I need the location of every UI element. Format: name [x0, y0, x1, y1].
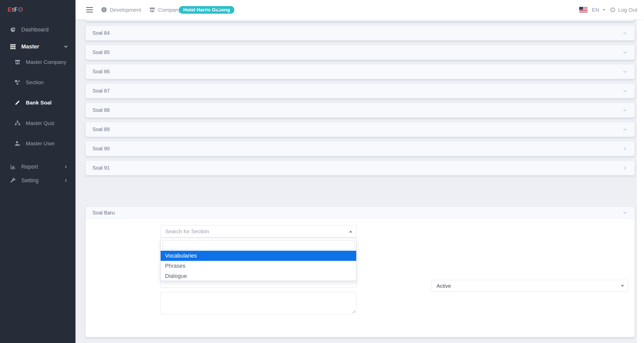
- chevron-down-icon: [622, 210, 628, 215]
- status-select-value: Active: [437, 283, 451, 289]
- sidebar-item-master-user[interactable]: Master User: [0, 138, 75, 149]
- bar-chart-icon: [10, 164, 16, 170]
- sidebar-item-label: Report: [21, 164, 38, 170]
- sidebar-item-report[interactable]: Report: [0, 161, 75, 172]
- chevron-down-icon: [622, 88, 628, 94]
- language-flag-icon[interactable]: [579, 0, 588, 20]
- accordion-label: Soal 87: [92, 88, 110, 94]
- sidebar-item-label: Master Company: [26, 59, 66, 65]
- accordion-label: Soal 84: [92, 30, 110, 36]
- sidebar-item-label: Master: [21, 43, 39, 50]
- sidebar-item-label: Master User: [26, 140, 55, 147]
- menu-toggle-button[interactable]: [86, 0, 93, 20]
- chevron-down-icon[interactable]: [217, 0, 220, 20]
- chevron-down-icon: [622, 31, 628, 36]
- sidebar-item-master-quiz[interactable]: Master Quiz: [0, 118, 75, 129]
- chevron-down-icon: [63, 44, 68, 49]
- caret-down-icon: [621, 285, 624, 287]
- sitemap-icon: [14, 120, 21, 127]
- dropdown-option-vocabularies[interactable]: Vocabularies: [161, 251, 356, 261]
- sidebar-item-dashboard[interactable]: Dashboard: [0, 24, 75, 35]
- sidebar-item-label: Dashboard: [21, 26, 49, 33]
- user-gear-icon: [14, 140, 21, 147]
- pie-chart-icon: [10, 26, 16, 33]
- sidebar-item-label: Setting: [21, 177, 39, 184]
- accordion-soal-84[interactable]: Soal 84: [85, 26, 635, 41]
- sidebar-item-label: Master Quiz: [26, 120, 54, 126]
- accordion-soal-91[interactable]: Soal 91: [85, 160, 635, 175]
- chevron-down-icon: [622, 108, 628, 113]
- language-code: EN: [592, 7, 599, 13]
- info-circle-icon: [101, 0, 107, 20]
- form-title: Soal Baru: [92, 210, 115, 216]
- section-select[interactable]: Search for Section: [160, 225, 356, 238]
- chevron-right-icon: [622, 166, 628, 171]
- soal-baru-header[interactable]: Soal Baru: [86, 207, 635, 219]
- company-badge: Hotel Harris Gubeng: [179, 6, 234, 14]
- grid-icon: [10, 43, 16, 50]
- accordion-label: Soal 88: [92, 107, 110, 113]
- status-select[interactable]: Active: [432, 280, 628, 292]
- logout-button[interactable]: Log Out: [618, 0, 637, 20]
- language-selector[interactable]: EN: [592, 0, 605, 20]
- dropdown-option-phrases[interactable]: Phrases: [161, 261, 356, 271]
- accordion-label: Soal 89: [92, 127, 110, 132]
- accordion-label: Soal 91: [92, 165, 110, 171]
- hierarchy-icon: [14, 79, 21, 86]
- chevron-down-icon: [622, 127, 628, 132]
- app-screen: EtFO Dashboard Master Master Company: [0, 0, 644, 343]
- resize-grip[interactable]: [352, 310, 355, 313]
- store-icon: [14, 59, 21, 65]
- chevron-down-icon: [622, 50, 628, 55]
- chevron-left-icon: [63, 178, 68, 183]
- sidebar: EtFO Dashboard Master Master Company: [0, 0, 75, 343]
- accordion-soal-87[interactable]: Soal 87: [85, 83, 635, 98]
- wrench-icon: [10, 177, 16, 184]
- sidebar-item-section[interactable]: Section: [0, 77, 75, 88]
- dropdown-option-dialogue[interactable]: Dialogue: [161, 271, 356, 281]
- sidebar-item-master-company[interactable]: Master Company: [0, 57, 75, 68]
- chevron-right-icon: [622, 146, 628, 151]
- scrollbar-track[interactable]: [637, 20, 644, 343]
- sidebar-item-bank-soal[interactable]: Bank Soal: [0, 97, 75, 108]
- pencil-icon: [14, 99, 21, 106]
- brand-logo[interactable]: EtFO: [8, 6, 23, 13]
- dropdown-search-input[interactable]: [163, 240, 355, 249]
- caret-up-icon: [349, 230, 352, 232]
- sidebar-item-label: Section: [26, 79, 44, 85]
- section-select-placeholder: Search for Section: [165, 228, 209, 234]
- company-selector[interactable]: Hotel Harris Gubeng: [179, 0, 234, 20]
- accordion-label: Soal 85: [92, 49, 110, 55]
- chevron-left-icon: [63, 164, 68, 169]
- power-icon: [610, 0, 616, 20]
- accordion-soal-88[interactable]: Soal 88: [85, 103, 635, 118]
- chevron-down-icon: [622, 69, 628, 74]
- environment-label: Development: [110, 0, 141, 20]
- topbar: Development Company Hotel Harris Gubeng …: [75, 0, 644, 20]
- accordion-label: Soal 86: [92, 69, 110, 75]
- accordion-label: Soal 90: [92, 146, 110, 152]
- accordion-soal-85[interactable]: Soal 85: [85, 45, 635, 60]
- sidebar-item-master[interactable]: Master: [0, 41, 75, 52]
- company-label: Company: [158, 0, 181, 20]
- sidebar-item-label: Bank Soal: [26, 100, 52, 106]
- accordion-soal-89[interactable]: Soal 89: [85, 122, 635, 137]
- section-dropdown-panel: Vocabularies Phrases Dialogue: [160, 238, 356, 281]
- meaning-textarea[interactable]: [160, 292, 356, 314]
- accordion-soal-86[interactable]: Soal 86: [85, 64, 635, 79]
- store-icon: [149, 0, 155, 20]
- sidebar-item-setting[interactable]: Setting: [0, 175, 75, 186]
- accordion-soal-90[interactable]: Soal 90: [85, 141, 635, 156]
